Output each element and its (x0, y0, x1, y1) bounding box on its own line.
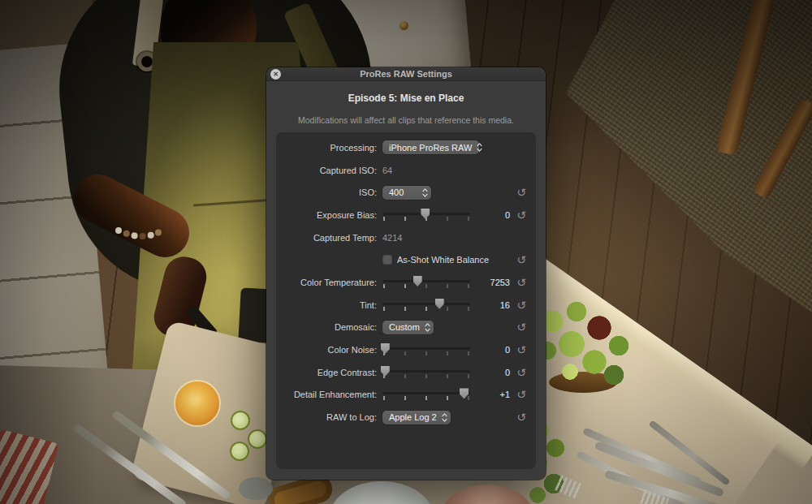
slider-tick (425, 284, 427, 288)
slider-tick (383, 284, 385, 288)
exposure-bias-label: Exposure Bias: (283, 210, 377, 220)
demosaic-dropdown[interactable]: Custom (382, 321, 434, 334)
cucumber-slice (248, 429, 267, 449)
slider-tick (447, 284, 448, 288)
demosaic-dropdown-value: Custom (389, 322, 425, 332)
tint-slider[interactable] (382, 299, 470, 312)
slider-tick (404, 217, 406, 221)
slider-tick (425, 307, 427, 311)
slider-tick (383, 396, 385, 400)
captured-iso-label: Captured ISO: (283, 166, 377, 175)
iso-label: ISO: (283, 187, 377, 197)
screen: ProRes RAW Settings ✕ Episode 5: Mise en… (0, 0, 812, 504)
demosaic-reset-button[interactable]: ↺ (512, 321, 531, 333)
row-color-temperature: Color Temperature:7253↺ (276, 271, 536, 294)
processing-dropdown[interactable]: iPhone ProRes RAW (382, 140, 479, 154)
as-shot-white-balance-checkbox-label: As-Shot White Balance (397, 255, 489, 265)
edge-contrast-label: Edge Contrast: (283, 368, 377, 377)
slider-tick (404, 351, 406, 355)
slider-tick (425, 374, 427, 378)
processing-dropdown-value: iPhone ProRes RAW (389, 143, 477, 153)
iso-dropdown-value: 400 (389, 187, 408, 197)
tint-label: Tint: (283, 300, 377, 310)
edge-contrast-reset-button[interactable]: ↺ (512, 367, 531, 378)
slider-tick (404, 307, 406, 311)
color-noise-slider-thumb[interactable] (381, 343, 390, 354)
captured-temp-label: Captured Temp: (283, 233, 377, 243)
row-captured-temp: Captured Temp:4214 (276, 226, 536, 249)
as-shot-white-balance-reset-button[interactable]: ↺ (512, 254, 531, 265)
iso-reset-button[interactable]: ↺ (512, 187, 531, 198)
color-noise-slider[interactable] (382, 343, 470, 356)
color-noise-value: 0 (479, 345, 510, 355)
row-tint: Tint:16↺ (276, 294, 536, 317)
row-edge-contrast: Edge Contrast:0↺ (276, 361, 536, 384)
processing-label: Processing: (283, 143, 377, 153)
cucumber-slice (230, 442, 249, 461)
modification-note: Modifications will affect all clips that… (266, 115, 546, 125)
color-temperature-slider-thumb[interactable] (413, 276, 422, 286)
as-shot-white-balance-checkbox[interactable] (382, 255, 392, 265)
slider-tick (404, 396, 406, 400)
dialog-title: ProRes RAW Settings (360, 69, 452, 79)
edge-contrast-slider[interactable] (382, 366, 470, 379)
slider-tick (468, 396, 469, 400)
demosaic-label: Demosaic: (283, 322, 377, 332)
gray-dish (239, 477, 273, 500)
prores-raw-settings-dialog: ProRes RAW Settings ✕ Episode 5: Mise en… (266, 67, 546, 480)
captured-temp-value: 4214 (382, 233, 402, 243)
cabinet-knob (400, 21, 408, 30)
edge-contrast-slider-thumb[interactable] (381, 366, 390, 377)
raw-to-log-dropdown-value: Apple Log 2 (389, 412, 442, 422)
captured-iso-value: 64 (382, 166, 392, 175)
lettuce (529, 297, 648, 398)
raw-to-log-dropdown[interactable]: Apple Log 2 (382, 411, 451, 424)
tint-reset-button[interactable]: ↺ (512, 299, 531, 311)
orange-half (174, 380, 221, 427)
row-color-noise: Color Noise:0↺ (276, 338, 536, 361)
slider-tick (447, 307, 448, 311)
row-iso: ISO:400↺ (276, 181, 536, 204)
color-temperature-label: Color Temperature: (283, 278, 377, 287)
row-raw-to-log: RAW to Log:Apple Log 2↺ (276, 406, 536, 429)
iso-dropdown[interactable]: 400 (382, 186, 431, 200)
color-temperature-value: 7253 (479, 278, 510, 287)
color-temperature-slider[interactable] (382, 276, 470, 289)
updown-chevron-icon (422, 187, 428, 198)
updown-chevron-icon (477, 142, 482, 153)
raw-to-log-label: RAW to Log: (283, 412, 377, 422)
slider-tick (468, 284, 469, 288)
detail-enhancement-reset-button[interactable]: ↺ (512, 389, 531, 400)
slider-tick (468, 217, 469, 221)
cucumber-slice (231, 411, 250, 430)
slider-tick (383, 307, 385, 311)
slider-tick (447, 217, 448, 221)
tint-slider-thumb[interactable] (435, 299, 444, 309)
detail-enhancement-slider[interactable] (382, 388, 470, 401)
slider-tick (468, 374, 469, 378)
row-processing: Processing:iPhone ProRes RAW (276, 136, 536, 159)
color-noise-label: Color Noise: (283, 345, 377, 355)
edge-contrast-value: 0 (479, 368, 510, 377)
updown-chevron-icon (442, 412, 447, 423)
slider-tick (404, 374, 406, 378)
exposure-bias-slider-thumb[interactable] (421, 209, 430, 219)
slider-tick (447, 351, 448, 355)
dialog-titlebar[interactable]: ProRes RAW Settings ✕ (266, 67, 546, 81)
raw-to-log-reset-button[interactable]: ↺ (512, 411, 531, 423)
color-temperature-reset-button[interactable]: ↺ (512, 277, 531, 288)
settings-rows: Processing:iPhone ProRes RAWCaptured ISO… (276, 136, 536, 429)
slider-tick (383, 217, 385, 221)
slider-tick (468, 351, 469, 355)
exposure-bias-slider[interactable] (382, 209, 470, 222)
slider-tick (425, 351, 427, 355)
exposure-bias-reset-button[interactable]: ↺ (512, 209, 531, 221)
row-detail-enhancement: Detail Enhancement:+1↺ (276, 384, 536, 407)
slider-tick (404, 284, 406, 288)
color-noise-reset-button[interactable]: ↺ (512, 344, 531, 355)
updown-chevron-icon (425, 322, 430, 333)
slider-tick (447, 396, 448, 400)
close-button close-icon[interactable]: ✕ (270, 69, 281, 80)
row-captured-iso: Captured ISO:64 (276, 159, 536, 182)
slider-tick (425, 396, 427, 400)
